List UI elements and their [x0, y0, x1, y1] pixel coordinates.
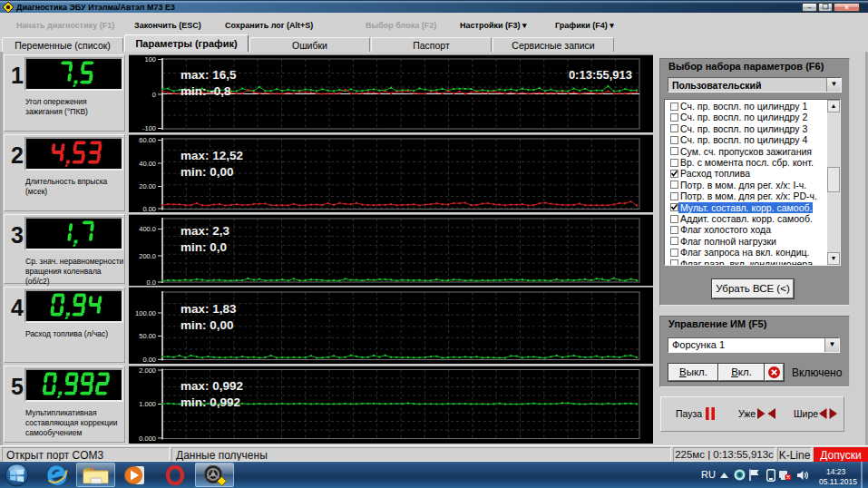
svg-text:min: -0,8: min: -0,8 [180, 84, 231, 98]
svg-text:max: 16,5: max: 16,5 [180, 68, 237, 82]
svg-text:0.00: 0.00 [142, 356, 156, 364]
svg-text:40.00: 40.00 [139, 160, 156, 168]
svg-text:1.000: 1.000 [139, 400, 156, 408]
svg-text:0.00: 0.00 [142, 205, 156, 213]
svg-text:2.000: 2.000 [139, 366, 156, 375]
svg-text:max: 2,3: max: 2,3 [180, 224, 230, 238]
svg-text:min: 0,00: min: 0,00 [180, 165, 234, 179]
svg-text:50.00: 50.00 [139, 332, 156, 340]
svg-text:min: 0,0: min: 0,0 [180, 240, 227, 254]
svg-text:20.00: 20.00 [139, 182, 156, 190]
svg-text:200.0: 200.0 [139, 252, 156, 260]
svg-text:max: 0,992: max: 0,992 [180, 379, 243, 393]
svg-text:0: 0 [152, 91, 156, 99]
svg-text:min: 0,992: min: 0,992 [180, 395, 240, 409]
svg-text:100.00: 100.00 [135, 309, 156, 317]
svg-text:0.000: 0.000 [139, 434, 156, 443]
svg-text:400.0: 400.0 [139, 225, 156, 233]
svg-text:100: 100 [144, 55, 156, 63]
svg-text:max: 12,52: max: 12,52 [180, 149, 243, 162]
svg-text:min: 0,00: min: 0,00 [180, 318, 234, 332]
svg-text:60.00: 60.00 [139, 136, 156, 144]
svg-text:0.0: 0.0 [147, 278, 156, 287]
svg-text:0:13:55,913: 0:13:55,913 [569, 68, 632, 82]
svg-text:-100: -100 [142, 124, 156, 132]
svg-text:max: 1,83: max: 1,83 [180, 302, 237, 316]
